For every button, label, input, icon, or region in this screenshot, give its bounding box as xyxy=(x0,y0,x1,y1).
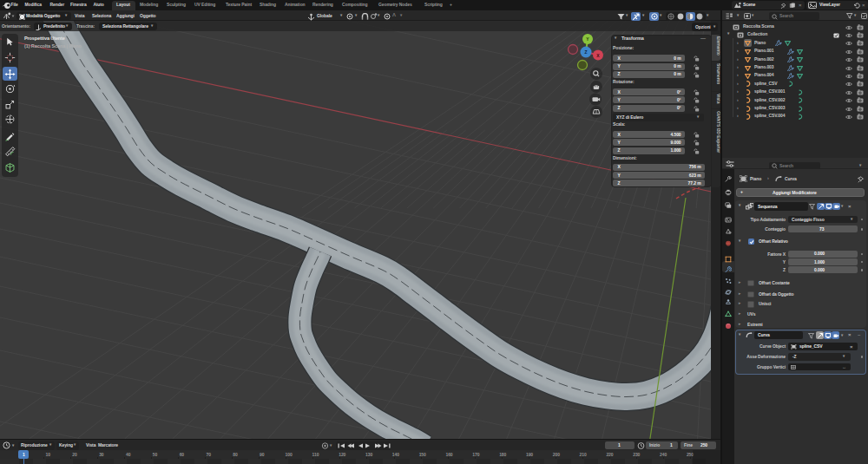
svg-text:Z: Z xyxy=(584,49,587,55)
